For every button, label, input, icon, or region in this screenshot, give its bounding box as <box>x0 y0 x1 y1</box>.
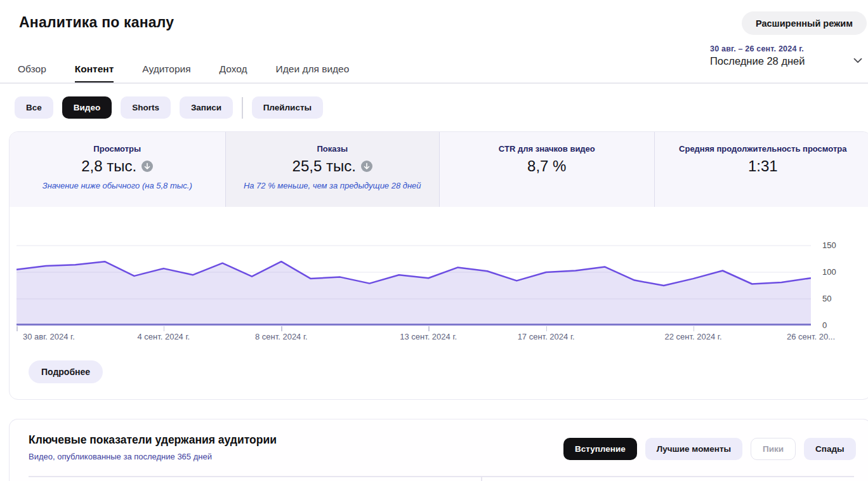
x-axis-tick-label: 22 сент. 2024 г. <box>665 332 722 341</box>
retention-table-divider <box>29 476 854 477</box>
page-title: Аналитика по каналу <box>19 14 174 31</box>
chip-posts[interactable]: Записи <box>180 96 233 119</box>
content-filter-chips: Все Видео Shorts Записи Плейлисты <box>15 96 323 119</box>
metric-ctr[interactable]: CTR для значков видео 8,7 % <box>440 132 655 207</box>
retention-subtitle: Видео, опубликованные за последние 365 д… <box>29 452 212 461</box>
metric-note: На 72 % меньше, чем за предыдущие 28 дне… <box>226 181 440 190</box>
tab-audience[interactable]: Аудитория <box>142 58 190 83</box>
metric-note: Значение ниже обычного (на 5,8 тыс.) <box>10 181 225 190</box>
advanced-mode-button[interactable]: Расширенный режим <box>742 11 867 35</box>
tabs-divider <box>0 82 868 84</box>
down-arrow-icon <box>361 161 372 172</box>
chip-playlists[interactable]: Плейлисты <box>252 96 323 119</box>
y-axis-tick-label: 0 <box>822 320 848 330</box>
x-axis-tick-label: 26 сент. 20... <box>787 332 835 341</box>
metric-value: 1:31 <box>655 157 868 175</box>
x-axis-tick-label: 13 сент. 2024 г. <box>400 332 457 341</box>
x-axis-tick-label: 17 сент. 2024 г. <box>518 332 575 341</box>
metric-value: 2,8 тыс. <box>10 157 225 175</box>
metric-avg-duration[interactable]: Средняя продолжительность просмотра 1:31 <box>655 132 868 207</box>
chip-shorts[interactable]: Shorts <box>121 96 171 119</box>
metric-label: CTR для значков видео <box>440 144 654 154</box>
y-axis-tick-label: 50 <box>822 294 848 303</box>
metric-row: Просмотры 2,8 тыс. Значение ниже обычног… <box>10 132 868 207</box>
retention-title: Ключевые показатели удержания аудитории <box>29 433 277 447</box>
x-axis-tick <box>164 326 165 331</box>
analytics-tabs: Обзор Контент Аудитория Доход Идеи для в… <box>18 58 349 83</box>
chevron-down-icon[interactable] <box>851 53 865 67</box>
retention-table-column-divider <box>481 477 482 481</box>
tab-revenue[interactable]: Доход <box>220 58 247 83</box>
chip-video[interactable]: Видео <box>62 96 112 119</box>
segment-dips-button[interactable]: Спады <box>804 438 856 460</box>
down-arrow-icon <box>141 161 153 172</box>
metric-impressions[interactable]: Показы 25,5 тыс. На 72 % меньше, чем за … <box>226 132 440 207</box>
retention-segment-buttons: Вступление Лучшие моменты Пики Спады <box>563 438 856 460</box>
trend-line <box>16 244 811 327</box>
metric-views[interactable]: Просмотры 2,8 тыс. Значение ниже обычног… <box>10 132 226 207</box>
metric-label: Средняя продолжительность просмотра <box>655 144 868 154</box>
details-button[interactable]: Подробнее <box>29 360 103 383</box>
x-axis-tick <box>281 326 282 331</box>
channel-analytics-page: Аналитика по каналу Расширенный режим 30… <box>0 0 868 481</box>
x-axis-tick <box>694 326 695 331</box>
metric-label: Показы <box>226 144 440 154</box>
tab-content[interactable]: Контент <box>75 58 114 83</box>
x-axis-tick-label: 4 сент. 2024 г. <box>137 332 190 341</box>
x-axis-tick-label: 8 сент. 2024 г. <box>255 332 308 341</box>
chips-divider <box>242 97 243 119</box>
x-axis-tick <box>546 326 548 331</box>
x-axis-tick <box>428 326 430 331</box>
x-axis-tick <box>16 326 18 331</box>
date-range-picker[interactable]: 30 авг. – 26 сент. 2024 г. Последние 28 … <box>710 44 805 67</box>
retention-card: Ключевые показатели удержания аудитории … <box>9 419 868 481</box>
metric-label: Просмотры <box>10 144 225 154</box>
date-preset-text: Последние 28 дней <box>710 55 805 67</box>
segment-spikes-button[interactable]: Пики <box>751 438 796 460</box>
metric-value: 8,7 % <box>440 157 654 175</box>
metric-value: 25,5 тыс. <box>226 157 440 175</box>
segment-intro-button[interactable]: Вступление <box>563 438 637 460</box>
tab-video-ideas[interactable]: Идеи для видео <box>276 58 350 83</box>
chip-all[interactable]: Все <box>15 96 53 119</box>
x-axis-tick-label: 30 авг. 2024 г. <box>23 332 75 341</box>
date-range-text: 30 авг. – 26 сент. 2024 г. <box>710 44 805 53</box>
tab-overview[interactable]: Обзор <box>18 58 46 83</box>
y-axis-tick-label: 100 <box>822 267 848 277</box>
impressions-trend-chart[interactable]: 15010050030 авг. 2024 г.4 сент. 2024 г.8… <box>10 207 868 362</box>
metrics-chart-card: Просмотры 2,8 тыс. Значение ниже обычног… <box>9 131 868 400</box>
y-axis-tick-label: 150 <box>822 240 848 250</box>
segment-top-moments-button[interactable]: Лучшие моменты <box>645 438 742 460</box>
